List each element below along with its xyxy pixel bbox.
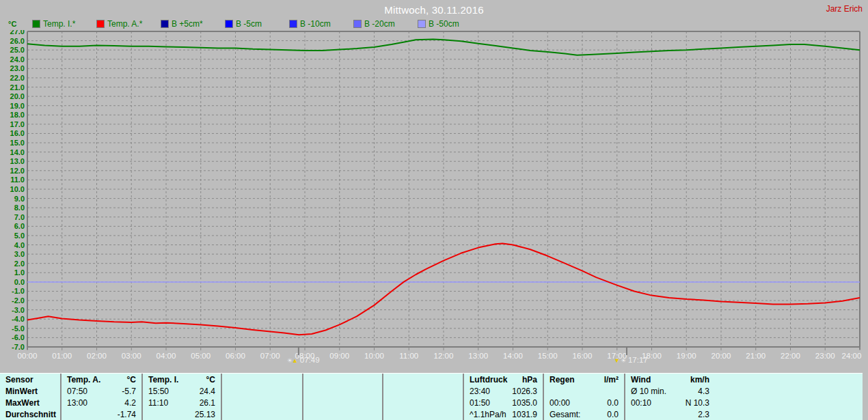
- cell-value: -5.7: [122, 386, 136, 397]
- legend: Temp. I.*Temp. A.*B +5cm*B -5cmB -10cmB …: [33, 19, 483, 29]
- y-tick-label: 7.0: [14, 213, 25, 221]
- legend-swatch-icon: [97, 20, 104, 27]
- arrow-down-icon: ▼: [614, 357, 620, 364]
- legend-swatch-icon: [354, 20, 361, 27]
- x-tick-label: 12:00: [434, 352, 454, 360]
- x-tick-label: 21:00: [746, 352, 765, 360]
- temperature-chart: 27.026.025.024.023.022.021.020.019.018.0…: [0, 30, 868, 372]
- arrow-up-icon: ▲: [292, 357, 298, 364]
- y-tick-label: -3.0: [12, 306, 25, 314]
- sunrise-time: 07:49: [300, 356, 320, 364]
- x-tick-label: 22:00: [781, 352, 800, 360]
- x-tick-label: 23:00: [815, 352, 835, 360]
- legend-item-b--5cm: B -5cm: [226, 19, 290, 29]
- cell-time: ^1.1hPa/h: [470, 409, 506, 420]
- cell-time: 00:10: [631, 397, 651, 409]
- sunset-icon: ☀: [621, 357, 626, 364]
- table-column-temp-a-: Temp. A.°C07:50-5.713:004.2-1.74: [60, 374, 141, 420]
- legend-item-temp-i-: Temp. I.*: [33, 19, 97, 29]
- stats-table: SensorMinWertMaxWertDurchschnittTemp. A.…: [0, 373, 863, 420]
- cell-value: 24.4: [200, 386, 215, 397]
- table-row: 25.13: [143, 409, 221, 420]
- y-tick-label: 21.0: [10, 83, 25, 92]
- y-tick-label: 27.0: [10, 30, 25, 36]
- legend-item-b-+5cm-: B +5cm*: [161, 19, 226, 29]
- table-row: [383, 374, 463, 386]
- cell-value: 0.0: [607, 397, 619, 409]
- cell-time: 15:50: [148, 386, 169, 397]
- row-label: MaxWert: [0, 397, 60, 409]
- y-tick-label: -2.0: [12, 296, 25, 305]
- user-name: Jarz Erich: [826, 4, 863, 14]
- table-row: ^1.1hPa/h1031.9: [464, 409, 543, 420]
- x-tick-label: 16:00: [573, 352, 593, 360]
- y-tick-label: 14.0: [10, 148, 25, 156]
- x-tick-label: 24:00: [842, 352, 862, 360]
- legend-item-temp-a-: Temp. A.*: [97, 19, 161, 29]
- legend-label: B -20cm: [364, 19, 395, 29]
- y-tick-label: -4.0: [12, 315, 25, 323]
- legend-label: B -50cm: [429, 19, 459, 29]
- table-row: 15:5024.4: [143, 386, 221, 397]
- column-unit: km/h: [690, 374, 709, 386]
- y-tick-label: -5.0: [12, 324, 25, 333]
- x-tick-label: 19:00: [677, 352, 696, 360]
- table-column-empty: [382, 374, 463, 420]
- x-tick-label: 04:00: [157, 352, 176, 360]
- legend-label: B -10cm: [300, 19, 331, 29]
- table-row: Gesamt:0.0: [544, 409, 624, 420]
- y-tick-label: -1.0: [12, 287, 25, 295]
- table-row: 23:401026.3: [464, 386, 543, 397]
- y-tick-label: 15.0: [10, 139, 25, 147]
- cell-value: -1.74: [118, 409, 136, 420]
- row-label: Durchschnitt: [0, 409, 60, 420]
- legend-label: B -5cm: [236, 19, 262, 29]
- y-tick-label: 8.0: [14, 204, 25, 212]
- cell-time: 13:00: [67, 397, 87, 409]
- legend-item-b--10cm: B -10cm: [290, 19, 354, 29]
- column-name: Temp. I.: [148, 374, 178, 386]
- page-title: Mittwoch, 30.11.2016: [0, 4, 868, 16]
- table-row: [383, 409, 463, 420]
- table-row: [222, 374, 302, 386]
- table-row: [303, 386, 382, 397]
- x-tick-label: 10:00: [364, 352, 384, 360]
- table-row: [222, 386, 302, 397]
- column-unit: °C: [127, 374, 136, 386]
- row-label: Sensor: [0, 374, 60, 386]
- y-tick-label: 5.0: [14, 232, 25, 240]
- cell-value: 26.1: [200, 397, 215, 409]
- cell-value: N 10.3: [686, 397, 709, 409]
- y-tick-label: 25.0: [10, 46, 25, 54]
- y-tick-label: 1.0: [14, 268, 25, 277]
- cell-time: 01:50: [470, 397, 490, 409]
- column-unit: °C: [206, 374, 215, 386]
- table-row: -1.74: [62, 409, 141, 420]
- x-tick-label: 09:00: [329, 352, 349, 360]
- cell-value: 2.3: [698, 409, 709, 420]
- y-tick-label: -6.0: [12, 333, 25, 341]
- y-tick-label: 18.0: [10, 111, 25, 119]
- cell-value: 1026.3: [512, 386, 537, 397]
- column-unit: l/m²: [604, 374, 619, 386]
- x-tick-label: 13:00: [468, 352, 488, 360]
- cell-time: 00:00: [550, 397, 570, 409]
- y-tick-label: 16.0: [10, 129, 25, 137]
- legend-label: Temp. I.*: [43, 19, 75, 29]
- table-row: Ø 10 min.4.3: [625, 386, 715, 397]
- legend-label: B +5cm*: [172, 19, 203, 29]
- cell-value: 1031.9: [512, 409, 537, 420]
- x-tick-label: 15:00: [538, 352, 558, 360]
- x-tick-label: 07:00: [260, 352, 280, 360]
- table-row: LuftdruckhPa: [464, 374, 543, 386]
- y-tick-label: 9.0: [14, 195, 25, 203]
- y-tick-label: 11.0: [10, 176, 25, 184]
- y-tick-label: 26.0: [10, 37, 25, 45]
- y-tick-label: 6.0: [14, 222, 25, 230]
- table-row-labels: SensorMinWertMaxWertDurchschnitt: [0, 374, 60, 420]
- table-row: 00:000.0: [544, 397, 624, 409]
- cell-value: 4.3: [698, 386, 709, 397]
- cell-value: 0.0: [607, 409, 619, 420]
- table-row: 00:10N 10.3: [625, 397, 715, 409]
- legend-swatch-icon: [418, 20, 425, 27]
